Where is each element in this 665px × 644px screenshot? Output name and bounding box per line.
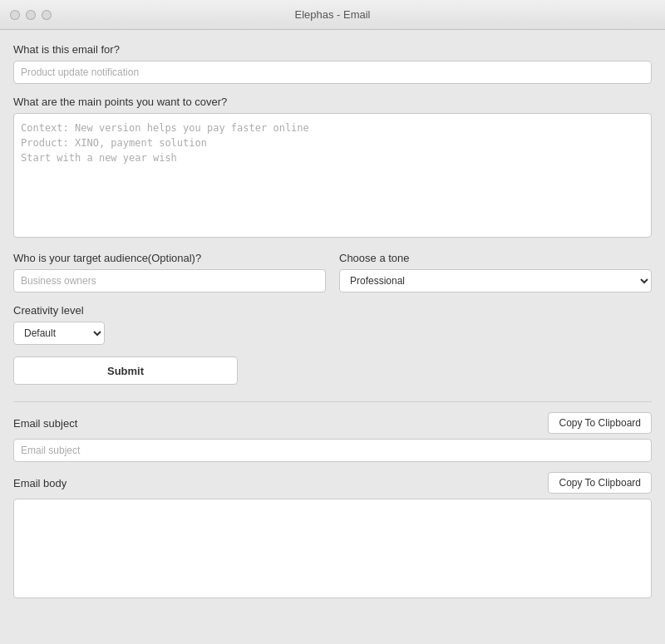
email-subject-header: Email subject Copy To Clipboard: [13, 412, 652, 434]
close-button[interactable]: [10, 10, 20, 20]
maximize-button[interactable]: [42, 10, 52, 20]
target-audience-input[interactable]: [13, 269, 326, 293]
creativity-section: Creativity level Default Low Medium High: [13, 304, 652, 345]
main-points-label: What are the main points you want to cov…: [13, 96, 652, 108]
title-bar: Elephas - Email: [0, 0, 665, 30]
main-points-textarea[interactable]: [13, 113, 652, 238]
main-points-group: What are the main points you want to cov…: [13, 96, 652, 240]
email-body-header: Email body Copy To Clipboard: [13, 472, 652, 494]
audience-tone-row: Who is your target audience(Optional)? C…: [13, 252, 652, 293]
email-subject-section: Email subject Copy To Clipboard: [13, 412, 652, 462]
tone-select[interactable]: Professional Casual Friendly Formal Humo…: [339, 269, 652, 293]
target-audience-group: Who is your target audience(Optional)?: [13, 252, 326, 293]
email-body-textarea[interactable]: [13, 499, 652, 598]
email-body-section: Email body Copy To Clipboard: [13, 472, 652, 601]
window-controls[interactable]: [10, 10, 52, 20]
email-purpose-group: What is this email for?: [13, 43, 652, 84]
main-content: What is this email for? What are the mai…: [0, 30, 665, 644]
email-purpose-input[interactable]: [13, 61, 652, 84]
tone-group: Choose a tone Professional Casual Friend…: [339, 252, 652, 293]
email-subject-label: Email subject: [13, 417, 77, 430]
minimize-button[interactable]: [26, 10, 36, 20]
submit-button[interactable]: Submit: [13, 356, 238, 385]
creativity-select[interactable]: Default Low Medium High: [13, 322, 105, 345]
target-audience-label: Who is your target audience(Optional)?: [13, 252, 326, 264]
email-purpose-label: What is this email for?: [13, 43, 652, 56]
divider: [13, 401, 652, 402]
copy-body-button[interactable]: Copy To Clipboard: [548, 472, 652, 494]
creativity-label: Creativity level: [13, 304, 652, 317]
email-subject-input[interactable]: [13, 439, 652, 462]
copy-subject-button[interactable]: Copy To Clipboard: [548, 412, 652, 434]
tone-label: Choose a tone: [339, 252, 652, 264]
email-body-label: Email body: [13, 477, 66, 489]
window-title: Elephas - Email: [294, 8, 370, 21]
